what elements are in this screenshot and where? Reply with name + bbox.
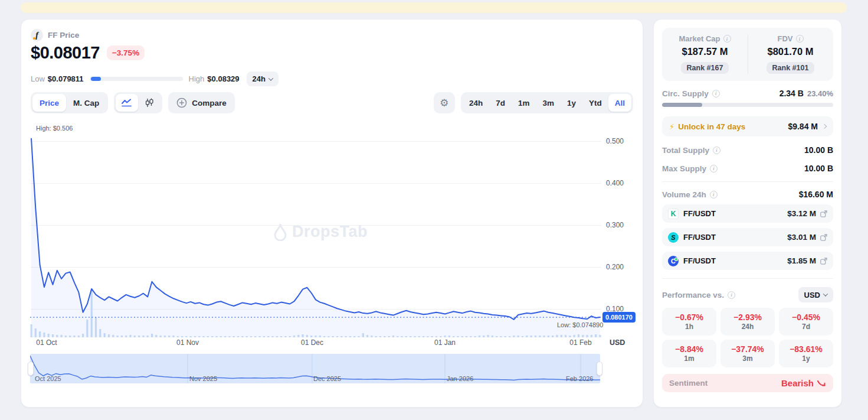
low-label: Low (31, 74, 45, 83)
performance-cell-24h: −2.93%24h (720, 308, 775, 336)
circ-supply-label: Circ. Supply (662, 89, 709, 98)
info-icon[interactable]: i (712, 90, 720, 97)
range-7d[interactable]: 7d (489, 94, 512, 112)
external-link-icon[interactable] (820, 234, 827, 241)
market-cap-value: $187.57 M (682, 46, 728, 57)
range-all[interactable]: All (608, 94, 631, 112)
range-dropdown[interactable]: 24h (247, 71, 279, 86)
info-icon[interactable]: i (728, 291, 735, 299)
x-axis-labels: 01 Oct01 Nov01 Dec01 Jan01 Feb (30, 338, 644, 349)
total-supply-value: 10.00 B (804, 145, 833, 155)
fdv-label: FDV (778, 34, 793, 43)
price-chart-card: f FF Price $0.08017 −3.75% Low $0.079811… (21, 19, 643, 408)
range-3m[interactable]: 3m (536, 94, 561, 112)
range-24h[interactable]: 24h (463, 94, 489, 112)
y-tick-label: 0.100 (606, 305, 627, 313)
pair-name: FF/USDT (683, 209, 716, 218)
chart-toolbar: Price M. Cap Compare ⚙ 24h 7d 1m (31, 92, 633, 113)
price-change-badge: −3.75% (107, 45, 145, 60)
coin-logo-dot (33, 37, 35, 40)
market-cap-stat: Market Capi $187.57 M Rank #167 (662, 34, 748, 74)
performance-currency-dropdown[interactable]: USD (798, 287, 833, 302)
minimap-month-label: Dec 2025 (313, 375, 341, 382)
coin-logo-letter: f (35, 31, 38, 40)
divider (662, 278, 833, 279)
trading-pair-row[interactable]: KFF/USDT $3.12 M (662, 204, 833, 223)
candlestick-chart-icon[interactable] (138, 94, 161, 112)
range-dropdown-value: 24h (253, 74, 266, 83)
pair-name: FF/USDT (683, 233, 716, 242)
chart-settings-button[interactable]: ⚙ (434, 92, 455, 113)
volume-24h-label: Volume 24h (662, 190, 706, 199)
x-tick-label: 01 Oct (36, 338, 57, 347)
performance-cell-1h: −0.67%1h (662, 308, 716, 336)
circ-supply-row: Circ. Supplyi 2.34 B23.40% (662, 89, 833, 98)
coin-logo-icon: f (31, 29, 43, 41)
tab-mcap[interactable]: M. Cap (66, 94, 106, 112)
info-icon[interactable]: i (710, 165, 718, 172)
circ-supply-percent: 23.40% (807, 89, 833, 98)
price-chart-plot[interactable] (30, 119, 601, 337)
marketcap-fdv-box: Market Capi $187.57 M Rank #167 FDVi $80… (662, 28, 833, 81)
x-tick-label: 01 Jan (434, 338, 456, 347)
chart-type-switcher (114, 92, 162, 113)
announcement-banner[interactable] (21, 2, 847, 13)
range-1y[interactable]: 1y (561, 94, 582, 112)
circ-supply-progress-fill (662, 103, 702, 107)
trading-pair-row[interactable]: CFF/USDT $1.85 M (662, 252, 833, 270)
circ-supply-value: 2.34 B (779, 89, 804, 98)
external-link-icon[interactable] (820, 210, 827, 217)
sentiment-value: Bearish (781, 378, 814, 388)
pair-volume: $3.01 M (787, 233, 816, 242)
flash-icon: ⚡ (669, 122, 674, 131)
fdv-rank-badge: Rank #101 (767, 62, 815, 74)
performance-grid: −0.67%1h −2.93%24h −0.45%7d −8.84%1m −37… (662, 308, 833, 367)
coinw-icon: C (668, 256, 679, 266)
total-supply-row: Total Supplyi 10.00 B (662, 145, 833, 155)
minimap-month-label: Feb 2026 (566, 375, 593, 382)
info-icon[interactable]: i (723, 35, 731, 43)
minimap-month-label: Oct 2025 (35, 375, 61, 382)
minimap[interactable]: Oct 2025Nov 2025Dec 2025Jan 2026Feb 2026 (30, 354, 600, 383)
low-high-slider (90, 77, 183, 81)
current-price-axis-badge: 0.080170 (602, 312, 636, 323)
performance-currency-value: USD (804, 291, 820, 299)
stats-sidebar: Market Capi $187.57 M Rank #167 FDVi $80… (653, 19, 842, 408)
low-value: $0.079811 (48, 74, 84, 83)
unlock-row[interactable]: ⚡Unlock in 47 days $9.84 M (662, 116, 833, 136)
chevron-down-icon (268, 76, 273, 80)
y-tick-label: 0.300 (606, 221, 627, 229)
trading-pair-row[interactable]: SFF/USDT $3.01 M (662, 228, 833, 246)
range-1m[interactable]: 1m (512, 94, 536, 112)
info-icon[interactable]: i (710, 191, 718, 198)
performance-cell-3m: −37.74%3m (720, 340, 775, 367)
market-cap-label: Market Cap (679, 34, 720, 43)
low-high-row: Low $0.079811 High $0.08329 24h (31, 71, 279, 86)
plus-circle-icon (176, 97, 187, 108)
line-chart-icon[interactable] (116, 94, 138, 112)
low-annotation: Low: $0.074890 (557, 321, 603, 328)
y-tick-label: 0.200 (606, 263, 627, 271)
performance-cell-1y: −83.61%1y (779, 340, 833, 367)
total-supply-label: Total Supply (662, 146, 709, 155)
unlock-value: $9.84 M (788, 122, 818, 131)
stat-divider (748, 35, 748, 74)
bitget-icon: S (668, 232, 679, 243)
chevron-down-icon (823, 291, 828, 296)
range-ytd[interactable]: Ytd (582, 94, 608, 112)
tab-price[interactable]: Price (32, 94, 66, 112)
coinw-icon-accent (674, 258, 678, 261)
info-icon[interactable]: i (713, 146, 720, 154)
info-icon[interactable]: i (796, 35, 804, 43)
x-tick-label: 01 Dec (301, 338, 323, 347)
high-value: $0.08329 (207, 74, 239, 83)
current-price: $0.08017 (31, 43, 100, 63)
timeframe-selector: 24h 7d 1m 3m 1y Ytd All (461, 92, 633, 113)
high-annotation: High: $0.506 (36, 125, 73, 132)
sentiment-label: Sentiment (669, 379, 707, 388)
chevron-right-icon (822, 124, 827, 129)
minimap-left-handle[interactable] (28, 362, 34, 376)
minimap-right-handle[interactable] (597, 362, 602, 376)
compare-button[interactable]: Compare (168, 92, 235, 113)
external-link-icon[interactable] (820, 258, 827, 265)
